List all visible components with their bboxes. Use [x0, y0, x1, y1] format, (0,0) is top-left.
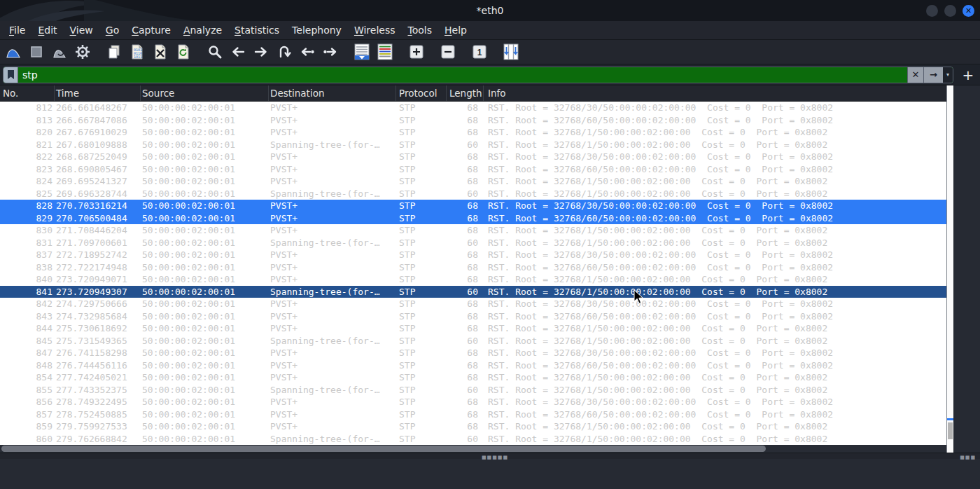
resize-columns-icon[interactable]: [501, 42, 521, 62]
packet-row[interactable]: 838272.72217494850:00:00:02:00:01PVST+ST…: [0, 261, 946, 274]
packet-row[interactable]: 829270.70650048450:00:00:02:00:01PVST+ST…: [0, 212, 946, 225]
minimize-button[interactable]: [926, 5, 938, 17]
column-header-source[interactable]: Source: [141, 85, 269, 101]
go-forward-icon[interactable]: [251, 42, 271, 62]
column-header-time[interactable]: Time: [55, 85, 141, 101]
packet-cell-destination: PVST+: [269, 360, 396, 371]
menu-file[interactable]: File: [3, 22, 31, 38]
filter-input[interactable]: [18, 67, 907, 83]
packet-row[interactable]: 856278.74932249550:00:00:02:00:01PVST+ST…: [0, 396, 946, 408]
filter-apply-icon[interactable]: →: [923, 67, 943, 83]
column-header-protocol[interactable]: Protocol: [396, 85, 447, 101]
menu-capture[interactable]: Capture: [125, 22, 177, 38]
packet-cell-protocol: STP: [396, 434, 447, 444]
packet-cell-no: 829: [0, 213, 55, 223]
bookmark-icon[interactable]: [4, 67, 18, 83]
packet-cell-destination: Spanning-tree-(for-…: [269, 139, 396, 150]
packet-row[interactable]: 823268.69080546750:00:00:02:00:01PVST+ST…: [0, 163, 946, 176]
add-filter-button[interactable]: +: [960, 68, 976, 82]
packet-row[interactable]: 845275.73154936550:00:00:02:00:01Spannin…: [0, 335, 946, 347]
vertical-scrollbar[interactable]: [946, 85, 953, 453]
zoom-out-icon[interactable]: [438, 42, 458, 62]
packet-row[interactable]: 842274.72975066650:00:00:02:00:01PVST+ST…: [0, 298, 946, 310]
close-button[interactable]: ✕: [962, 5, 974, 17]
packet-cell-destination: PVST+: [269, 225, 396, 235]
filter-dropdown-caret-icon[interactable]: ▾: [943, 67, 953, 83]
packet-row[interactable]: 854277.74240502150:00:00:02:00:01PVST+ST…: [0, 371, 946, 384]
horizontal-scrollbar[interactable]: [0, 445, 946, 453]
packet-cell-time: 274.729750666: [55, 298, 141, 309]
open-file-icon[interactable]: [104, 42, 124, 62]
vertical-scrollbar-thumb[interactable]: [948, 422, 953, 439]
packet-row[interactable]: 825269.69632874450:00:00:02:00:01Spannin…: [0, 188, 946, 200]
packet-row[interactable]: 840273.72094907150:00:00:02:00:01PVST+ST…: [0, 273, 946, 286]
packet-row[interactable]: 821267.68010988850:00:00:02:00:01Spannin…: [0, 139, 946, 151]
column-header-length[interactable]: Length: [447, 85, 484, 101]
packet-row[interactable]: 843274.73298568450:00:00:02:00:01PVST+ST…: [0, 310, 946, 323]
packet-row[interactable]: 837272.71895274250:00:00:02:00:01PVST+ST…: [0, 249, 946, 261]
menu-telephony[interactable]: Telephony: [286, 22, 348, 38]
packet-cell-time: 267.676910029: [55, 127, 141, 137]
packet-cell-destination: Spanning-tree-(for-…: [269, 434, 396, 444]
packet-cell-time: 276.744456116: [55, 360, 141, 371]
go-to-packet-icon[interactable]: [274, 42, 294, 62]
go-back-icon[interactable]: [228, 42, 248, 62]
packet-row[interactable]: 860279.76266884250:00:00:02:00:01Spannin…: [0, 433, 946, 446]
packet-cell-protocol: STP: [396, 151, 447, 162]
pane-splitter[interactable]: ■■■■■ ■■■: [0, 453, 980, 459]
go-first-packet-icon[interactable]: [298, 42, 317, 62]
auto-scroll-icon[interactable]: [352, 42, 372, 62]
packet-row[interactable]: 831271.70970060150:00:00:02:00:01Spannin…: [0, 237, 946, 249]
start-capture-icon[interactable]: [4, 42, 23, 62]
menu-edit[interactable]: Edit: [31, 22, 63, 38]
colorize-icon[interactable]: [375, 42, 395, 62]
menu-analyze[interactable]: Analyze: [177, 22, 228, 38]
display-filter-field[interactable]: ✕ → ▾: [3, 67, 953, 83]
packet-row[interactable]: 859279.75992753350:00:00:02:00:01PVST+ST…: [0, 420, 946, 433]
stop-capture-icon[interactable]: [27, 42, 46, 62]
packet-row[interactable]: 848276.74445611650:00:00:02:00:01PVST+ST…: [0, 359, 946, 372]
packet-cell-no: 848: [0, 360, 55, 371]
column-header-destination[interactable]: Destination: [269, 85, 396, 101]
packet-row[interactable]: 822268.68725204950:00:00:02:00:01PVST+ST…: [0, 151, 946, 163]
menu-wireless[interactable]: Wireless: [348, 22, 402, 38]
packet-row[interactable]: 830271.70844620450:00:00:02:00:01PVST+ST…: [0, 224, 946, 237]
packet-cell-protocol: STP: [396, 298, 447, 309]
menu-tools[interactable]: Tools: [401, 22, 438, 38]
filter-clear-icon[interactable]: ✕: [907, 67, 923, 83]
reload-file-icon[interactable]: [174, 42, 193, 62]
packet-cell-protocol: STP: [396, 287, 447, 297]
menu-go[interactable]: Go: [99, 22, 125, 38]
packet-row[interactable]: 857278.75245088550:00:00:02:00:01PVST+ST…: [0, 408, 946, 421]
packet-row[interactable]: 841273.72094930750:00:00:02:00:01Spannin…: [0, 286, 946, 298]
close-file-icon[interactable]: [150, 42, 170, 62]
menu-help[interactable]: Help: [438, 22, 473, 38]
restart-capture-icon[interactable]: [50, 42, 69, 62]
packet-cell-time: 279.762668842: [55, 434, 141, 444]
packet-cell-time: 273.720949307: [55, 287, 141, 297]
menu-statistics[interactable]: Statistics: [228, 22, 286, 38]
horizontal-scrollbar-thumb[interactable]: [1, 446, 766, 452]
go-last-packet-icon[interactable]: [321, 42, 340, 62]
packet-cell-length: 60: [447, 237, 484, 248]
packet-cell-destination: PVST+: [269, 298, 396, 309]
packet-row[interactable]: 813266.66784708650:00:00:02:00:01PVST+ST…: [0, 114, 946, 127]
packet-row[interactable]: 820267.67691002950:00:00:02:00:01PVST+ST…: [0, 126, 946, 139]
menu-view[interactable]: View: [64, 22, 99, 38]
zoom-100-icon[interactable]: 1: [470, 42, 489, 62]
packet-cell-protocol: STP: [396, 213, 447, 223]
zoom-in-icon[interactable]: [407, 42, 426, 62]
packet-row[interactable]: 844275.73061869250:00:00:02:00:01PVST+ST…: [0, 322, 946, 335]
packet-row[interactable]: 828270.70331621450:00:00:02:00:01PVST+ST…: [0, 200, 946, 212]
column-header-no[interactable]: No.: [0, 85, 55, 101]
packet-row[interactable]: 824269.69524132750:00:00:02:00:01PVST+ST…: [0, 175, 946, 188]
maximize-button[interactable]: [944, 5, 956, 17]
packet-row[interactable]: 812266.66164826750:00:00:02:00:01PVST+ST…: [0, 102, 946, 114]
packet-row[interactable]: 847276.74115829850:00:00:02:00:01PVST+ST…: [0, 347, 946, 359]
column-header-info[interactable]: Info: [484, 85, 946, 101]
find-packet-icon[interactable]: [205, 42, 225, 62]
packet-cell-info: RST. Root = 32768/1/50:00:00:02:00:00 Co…: [484, 176, 946, 186]
save-file-icon[interactable]: 010101101011: [127, 42, 147, 62]
capture-options-icon[interactable]: [73, 42, 92, 62]
packet-row[interactable]: 855277.74335237550:00:00:02:00:01Spannin…: [0, 384, 946, 397]
